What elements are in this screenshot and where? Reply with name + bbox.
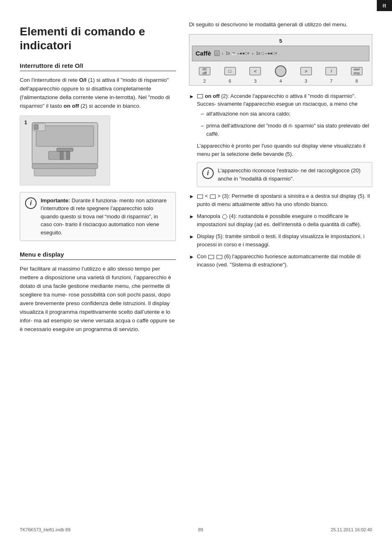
info-icon: i — [25, 197, 37, 209]
right-intro-text: Di seguito si descrivono le modalità gen… — [189, 21, 372, 29]
section-menu-display: Menu e display Per facilitare al massimo… — [20, 251, 176, 334]
panel-buttons-row: onoff □ < > i — [192, 64, 369, 78]
svg-rect-7 — [57, 148, 73, 151]
btn-on-off: onoff — [199, 67, 210, 75]
extraction-icon-sq2 — [217, 255, 222, 259]
right-column: Di seguito si descrivono le modalità gen… — [189, 21, 372, 339]
btn-info: i — [325, 67, 337, 75]
footer-left: TK76K573_Heft1.indb 89 — [20, 527, 71, 532]
con-label: Con — [197, 253, 207, 259]
bullet-item-4: ► Manopola (4): ruotandola è possibile e… — [189, 212, 372, 228]
page-footer: TK76K573_Heft1.indb 89 89 25.11.2011 16:… — [0, 527, 392, 532]
btn-left: < — [249, 67, 261, 75]
arrow-right-icon — [210, 195, 216, 199]
panel-display-icons: ⌂ › 1x ☕ ‒●●□+ › 1x □ ‒●●□+ — [214, 51, 278, 56]
bullet-arrow-4: ► — [189, 213, 194, 221]
bullet-item-6: ► Con (6) l'apparecchio fuoriesce automa… — [189, 252, 372, 269]
bullet-content-5: Display (5): tramite simboli o testi, il… — [197, 232, 372, 248]
info-box-raccogligocce: i L'apparecchio riconosce l'estrazio- ne… — [197, 162, 372, 187]
section-heading-interruttore: Interruttore di rete O/I — [20, 62, 176, 71]
extraction-icon-sq — [208, 255, 214, 259]
svg-rect-6 — [34, 169, 96, 176]
btn-right: > — [300, 67, 312, 75]
knob-icon — [222, 214, 227, 219]
bullet-item-info: ► i L'apparecchio riconosce l'estrazio- … — [189, 162, 372, 187]
btn-square: □ — [224, 67, 236, 75]
svg-rect-8 — [60, 151, 63, 160]
panel-image: 5 Caffè ⌂ › 1x ☕ ‒●●□+ › 1x □ ‒●●□+ — [189, 34, 372, 86]
svg-rect-4 — [34, 125, 38, 130]
device-image: 1 — [20, 116, 110, 185]
dash-item-1a: all'attivazione non sia ancora caldo; — [197, 110, 372, 118]
panel-num-3a: 3 — [254, 79, 256, 83]
bullet-item-1: ► on off (2): Accende l'apparecchio o at… — [189, 92, 372, 158]
bullet-item-5: ► Display (5): tramite simboli o testi, … — [189, 232, 372, 248]
footer-right: 25.11.2011 16:02:40 — [331, 527, 372, 532]
section-heading-menu: Menu e display — [20, 251, 176, 260]
svg-rect-5 — [32, 164, 98, 169]
page-title: Elementi di comando e indicatori — [20, 25, 176, 52]
panel-numbers-row: 2 6 3 4 3 7 8 — [192, 79, 369, 83]
dash-list-1: all'attivazione non sia ancora caldo; pr… — [197, 110, 372, 138]
info-icon-2: i — [202, 167, 214, 179]
arrow-left-icon — [197, 195, 203, 199]
panel-num-7: 7 — [330, 79, 332, 83]
info-box-important: i Importante: Durante il funziona- mento… — [20, 192, 176, 241]
interruttore-body: Con l'interruttore di rete O/I (1) si at… — [20, 76, 176, 111]
bullet-arrow-5: ► — [189, 233, 194, 241]
panel-num-3b: 3 — [305, 79, 307, 83]
dash-item-1b: prima dell'attivazione del "modo di ri- … — [197, 122, 372, 138]
svg-rect-9 — [67, 151, 70, 160]
section-interruttore: Interruttore di rete O/I Con l'interrutt… — [20, 62, 176, 241]
svg-rect-2 — [48, 151, 69, 160]
info-text-raccogligocce: L'apparecchio riconosce l'estrazio- ne d… — [218, 167, 367, 183]
panel-knob — [275, 65, 286, 77]
info-box-text: Importante: Durante il funziona- mento n… — [41, 197, 171, 237]
bullet-list: ► on off (2): Accende l'apparecchio o at… — [189, 92, 372, 269]
panel-num-6: 6 — [228, 79, 231, 83]
bullet-content-4: Manopola (4): ruotandola è possibile ese… — [197, 212, 372, 228]
left-column: Elementi di comando e indicatori Interru… — [20, 21, 176, 339]
on-off-icon — [197, 94, 203, 98]
btn-start-stop: startstop — [351, 67, 362, 75]
panel-num-8: 8 — [355, 79, 358, 83]
panel-number-5: 5 — [192, 38, 369, 44]
bullet-item-3: ► < > (3): Permette di spostarsi a sinis… — [189, 192, 372, 208]
bullet-content-3: < > (3): Permette di spostarsi a sinistr… — [197, 192, 372, 208]
panel-display: Caffè ⌂ › 1x ☕ ‒●●□+ › 1x □ ‒●●□+ — [192, 46, 369, 61]
bullet-arrow-3: ► — [189, 192, 194, 201]
bullet-content-1: on off (2): Accende l'apparecchio o atti… — [197, 92, 372, 158]
panel-num-4: 4 — [279, 79, 282, 83]
menu-display-body: Per facilitare al massimo l’utilizzo e a… — [20, 265, 176, 334]
page-number: 89 — [198, 527, 203, 532]
panel-num-2: 2 — [203, 79, 206, 83]
bullet-arrow-1: ► — [189, 93, 194, 101]
bullet-content-6: Con (6) l'apparecchio fuoriesce automati… — [197, 252, 372, 269]
device-label-1: 1 — [24, 119, 27, 125]
bullet-arrow-6: ► — [189, 253, 194, 261]
panel-caffe-label: Caffè — [196, 50, 211, 57]
language-badge: it — [377, 0, 392, 11]
